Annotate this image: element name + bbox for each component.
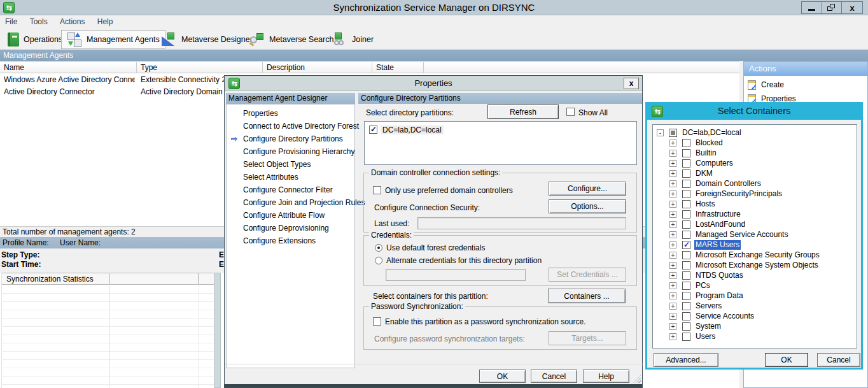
tree-expander-icon[interactable]: +: [669, 262, 676, 269]
tree-item-label[interactable]: Servers: [694, 301, 723, 311]
restore-button[interactable]: [822, 1, 842, 14]
tree-item[interactable]: -DC=lab,DC=local: [653, 128, 857, 138]
tree-checkbox[interactable]: [682, 190, 690, 198]
tree-checkbox[interactable]: [682, 169, 690, 178]
tree-checkbox[interactable]: [682, 333, 690, 341]
action-create[interactable]: Create: [748, 79, 784, 90]
tree-item[interactable]: +Blocked: [653, 138, 857, 148]
column-state[interactable]: State: [372, 62, 424, 74]
tree-item-label[interactable]: System: [694, 322, 722, 331]
tree-item-label[interactable]: PCs: [694, 281, 711, 291]
tree-checkbox[interactable]: [682, 200, 690, 208]
tree-checkbox[interactable]: [682, 282, 690, 290]
enable-password-sync-checkbox[interactable]: [373, 317, 381, 326]
tree-expander-icon[interactable]: +: [669, 160, 676, 167]
nav-item[interactable]: ⇨Configure Connector Filter: [227, 183, 354, 196]
tree-item[interactable]: +NTDS Quotas: [653, 271, 857, 281]
set-credentials-button[interactable]: Set Credentials ...: [549, 268, 626, 282]
tree-item-label[interactable]: Hosts: [694, 199, 717, 209]
tree-item[interactable]: +Users: [653, 332, 857, 342]
tree-expander-icon[interactable]: +: [669, 252, 676, 259]
tree-item-label[interactable]: Users: [694, 332, 717, 341]
tree-expander-icon[interactable]: +: [669, 201, 676, 208]
nav-item[interactable]: ⇨Select Object Types: [227, 158, 354, 171]
tree-item[interactable]: +Managed Service Accounts: [653, 230, 857, 240]
tree-expander-icon[interactable]: +: [669, 180, 676, 187]
column-name[interactable]: Name: [0, 62, 137, 74]
tree-checkbox[interactable]: [682, 231, 690, 239]
nav-item[interactable]: ⇨Configure Provisioning Hierarchy: [227, 145, 354, 158]
toolbar-metaverse-designer-button[interactable]: Metaverse Designer: [157, 30, 258, 49]
menu-help[interactable]: Help: [92, 15, 118, 28]
tree-checkbox[interactable]: [682, 139, 690, 147]
preferred-dc-checkbox[interactable]: [373, 186, 381, 194]
tree-item-label[interactable]: NTDS Quotas: [694, 271, 745, 280]
resize-grip[interactable]: [633, 375, 641, 383]
tree-item-label[interactable]: Program Data: [694, 291, 745, 301]
tree-checkbox[interactable]: [682, 261, 690, 269]
tree-item[interactable]: +LostAndFound: [653, 220, 857, 230]
tree-item[interactable]: +Program Data: [653, 291, 857, 301]
nav-item[interactable]: ⇨Configure Extensions: [227, 234, 354, 247]
refresh-button[interactable]: Refresh: [487, 104, 559, 119]
tree-checkbox[interactable]: [682, 271, 690, 280]
tree-item-label[interactable]: DC=lab,DC=local: [681, 128, 743, 138]
targets-button[interactable]: Targets...: [549, 331, 626, 345]
nav-item[interactable]: ⇨Configure Attribute Flow: [227, 209, 354, 222]
tree-expander-icon[interactable]: +: [669, 313, 676, 320]
help-button[interactable]: Help: [583, 370, 629, 383]
nav-item[interactable]: ⇨Configure Deprovisioning: [227, 222, 354, 234]
nav-item[interactable]: ⇨Configure Join and Projection Rules: [227, 196, 354, 209]
tree-item-label[interactable]: Infrastructure: [694, 210, 742, 219]
tree-expander-icon[interactable]: +: [669, 303, 676, 310]
tree-checkbox[interactable]: [682, 322, 690, 331]
tree-item[interactable]: +Infrastructure: [653, 210, 857, 220]
tree-checkbox[interactable]: [669, 129, 677, 137]
cancel-button[interactable]: Cancel: [817, 353, 860, 367]
tree-expander-icon[interactable]: +: [669, 333, 676, 340]
properties-dialog-close-button[interactable]: x: [624, 78, 639, 89]
tree-item-label[interactable]: Microsoft Exchange System Objects: [694, 261, 820, 270]
menu-actions[interactable]: Actions: [55, 15, 90, 28]
toolbar-joiner-button[interactable]: Joiner: [327, 30, 379, 49]
tree-item[interactable]: +Service Accounts: [653, 312, 857, 322]
partition-checkbox[interactable]: [369, 126, 377, 134]
containers-button[interactable]: Containers ...: [548, 289, 626, 303]
tree-item[interactable]: +Computers: [653, 159, 857, 169]
tree-item-label[interactable]: Managed Service Accounts: [694, 230, 789, 240]
toolbar-metaverse-search-button[interactable]: Metaverse Search: [244, 30, 339, 49]
tree-item-label[interactable]: Microsoft Exchange Security Groups: [694, 250, 821, 260]
alternate-credentials-field[interactable]: [386, 269, 526, 281]
tree-item[interactable]: +Microsoft Exchange System Objects: [653, 261, 857, 271]
tree-item-label[interactable]: Service Accounts: [694, 312, 755, 321]
partition-item-label[interactable]: DC=lab,DC=local: [381, 126, 444, 134]
advanced-button[interactable]: Advanced...: [654, 353, 718, 367]
show-all-checkbox[interactable]: [566, 108, 575, 116]
tree-checkbox[interactable]: [682, 159, 690, 168]
tree-checkbox[interactable]: [682, 180, 690, 188]
cancel-button[interactable]: Cancel: [531, 370, 577, 383]
close-button[interactable]: x: [841, 1, 863, 14]
tree-expander-icon[interactable]: +: [669, 140, 676, 147]
tree-expander-icon[interactable]: +: [669, 272, 676, 279]
tree-checkbox[interactable]: [682, 210, 690, 219]
tree-expander-icon[interactable]: +: [669, 190, 676, 198]
nav-item[interactable]: ⇨Connect to Active Directory Forest: [227, 120, 354, 133]
nav-item[interactable]: ⇨Configure Directory Partitions: [227, 133, 354, 145]
sync-statistics-header[interactable]: Synchronization Statistics: [1, 273, 109, 285]
tree-checkbox[interactable]: [682, 292, 690, 300]
tree-item-label[interactable]: Builtin: [694, 148, 718, 158]
sync-statistics-header-empty[interactable]: [109, 273, 199, 285]
toolbar-operations-button[interactable]: Operations: [3, 30, 67, 49]
tree-expander-icon[interactable]: +: [669, 323, 676, 330]
column-description[interactable]: Description: [263, 62, 372, 74]
tree-expander-icon[interactable]: +: [669, 231, 676, 238]
options-button[interactable]: Options...: [549, 199, 626, 213]
default-credentials-radio[interactable]: [375, 244, 382, 252]
tree-item-label[interactable]: DKM: [694, 169, 714, 178]
tree-item-label[interactable]: MARS Users: [694, 240, 741, 250]
tree-item[interactable]: +DKM: [653, 169, 857, 179]
tree-item[interactable]: +ForeignSecurityPrincipals: [653, 189, 857, 199]
tree-item[interactable]: +Domain Controllers: [653, 179, 857, 189]
tree-item[interactable]: +Servers: [653, 301, 857, 312]
